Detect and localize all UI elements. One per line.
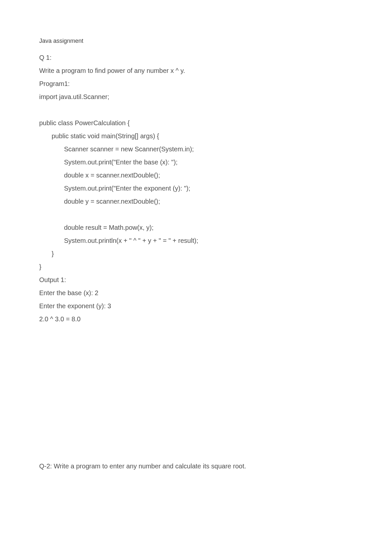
code-close-class: } <box>39 260 353 273</box>
code-main-decl: public static void main(String[] args) { <box>39 129 353 143</box>
code-scanner: Scanner scanner = new Scanner(System.in)… <box>39 143 353 156</box>
code-prompt-x: System.out.print("Enter the base (x): ")… <box>39 156 353 169</box>
code-result: double result = Math.pow(x, y); <box>39 221 353 234</box>
output-line-2: Enter the exponent (y): 3 <box>39 299 353 312</box>
output-line-1: Enter the base (x): 2 <box>39 286 353 299</box>
code-prompt-y: System.out.print("Enter the exponent (y)… <box>39 182 353 195</box>
page-gap <box>39 326 353 460</box>
code-class-decl: public class PowerCalculation { <box>39 116 353 129</box>
question-1-label: Q 1: <box>39 51 353 64</box>
code-close-main: } <box>39 247 353 260</box>
code-import: import java.util.Scanner; <box>39 90 353 103</box>
output-label: Output 1: <box>39 273 353 286</box>
code-read-y: double y = scanner.nextDouble(); <box>39 195 353 208</box>
document-title: Java assignment <box>39 38 353 44</box>
code-read-x: double x = scanner.nextDouble(); <box>39 169 353 182</box>
program-1-label: Program1: <box>39 77 353 90</box>
output-line-3: 2.0 ^ 3.0 = 8.0 <box>39 312 353 326</box>
question-1-description: Write a program to find power of any num… <box>39 64 353 77</box>
blank-line <box>39 208 353 221</box>
code-println: System.out.println(x + " ^ " + y + " = "… <box>39 234 353 247</box>
blank-line <box>39 103 353 116</box>
question-2: Q-2: Write a program to enter any number… <box>39 460 353 473</box>
